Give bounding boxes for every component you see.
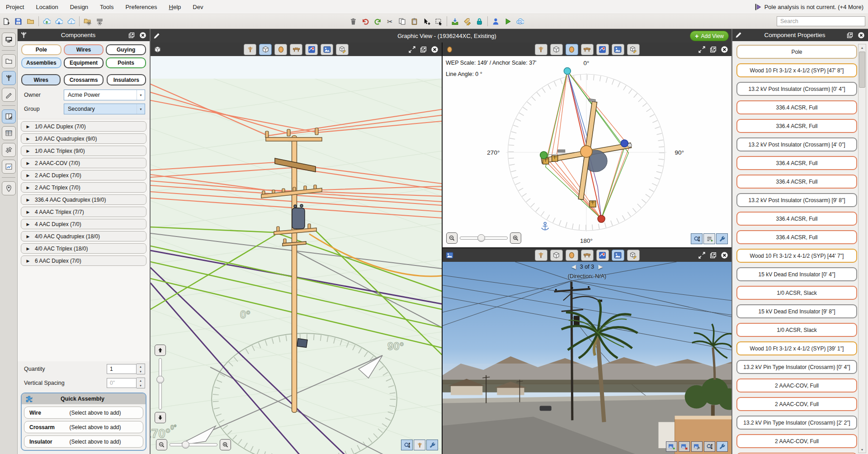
component-item-wire[interactable]: 336.4 ACSR, Full <box>736 175 857 189</box>
user-button[interactable] <box>490 15 502 27</box>
analysis-alert[interactable]: Pole analysis is not current. (+4 More) <box>754 3 868 11</box>
quantity-stepper[interactable]: ▲▼ <box>137 364 145 374</box>
zoom-track[interactable] <box>460 236 508 240</box>
run-analysis-button[interactable] <box>502 15 514 27</box>
sidebar-data-table-button[interactable] <box>2 126 16 140</box>
photo-add-button[interactable] <box>666 441 677 452</box>
pan-up-button[interactable] <box>155 345 166 356</box>
zoom-out-button[interactable] <box>446 232 458 244</box>
vertical-slider-thumb[interactable] <box>156 376 164 383</box>
sidebar-transfer-arrows-button[interactable] <box>2 143 16 157</box>
cut-button[interactable]: ✂ <box>384 15 396 27</box>
menu-preferences[interactable]: Preferences <box>119 4 163 10</box>
menu-design[interactable]: Design <box>64 4 94 10</box>
wire-type-item[interactable]: ▶4/0 AAC Quadruplex (18/0) <box>21 231 146 241</box>
open-folder-button[interactable] <box>24 15 37 27</box>
close-button[interactable] <box>720 45 728 53</box>
view-tool-crossarm-view-button[interactable] <box>581 44 594 55</box>
wrench-button[interactable] <box>426 440 438 450</box>
expand-triangle-icon[interactable]: ▶ <box>21 222 35 227</box>
vertical-pan-slider[interactable] <box>154 345 166 423</box>
cloud-download-button[interactable] <box>53 15 65 27</box>
view-tool-cube-3d-button[interactable] <box>259 44 272 55</box>
menu-help[interactable]: Help <box>163 4 187 10</box>
component-item-wire[interactable]: 1/0 ACSR, Slack <box>736 323 857 337</box>
zoom-fit-button[interactable] <box>401 440 413 450</box>
view-tool-cube-3d-button[interactable] <box>550 44 563 55</box>
wire-type-item[interactable]: ▶336.4 AAC Quadruplex (19/0) <box>21 194 146 205</box>
delete-button[interactable] <box>347 15 359 27</box>
component-item-wire[interactable]: 336.4 ACSR, Full <box>736 100 857 114</box>
menu-tools[interactable]: Tools <box>94 4 119 10</box>
expand-triangle-icon[interactable]: ▶ <box>21 198 35 202</box>
view-tool-sketch-view-button[interactable] <box>627 250 640 261</box>
view-tool-cube-3d-button[interactable] <box>550 250 563 261</box>
pan-down-button[interactable] <box>155 412 166 423</box>
sidebar-edit-panel-button[interactable] <box>2 109 16 123</box>
copy-button[interactable] <box>396 15 408 27</box>
scene-photo[interactable]: ◀ 3 of 3 ▶ (Direction: N/A) <box>443 262 731 454</box>
tab-wires[interactable]: Wires <box>64 44 104 55</box>
quick-assembly-wire[interactable]: Wire(Select above to add) <box>24 407 143 419</box>
scroll-down-button[interactable]: ▼ <box>859 446 866 453</box>
expand-triangle-icon[interactable]: ▶ <box>21 124 35 129</box>
component-item-pole[interactable]: Pole <box>736 45 857 59</box>
menu-project[interactable]: Project <box>0 4 30 10</box>
component-item-wood[interactable]: Wood 10 Ft 3-1/2 x 4-1/2 (SYP) [47' 8"] <box>736 63 857 77</box>
view-tool-birdseye-button[interactable] <box>566 250 578 261</box>
expand-view-button[interactable] <box>698 45 706 53</box>
close-button[interactable] <box>138 31 147 40</box>
cloud-run-button[interactable] <box>514 15 526 27</box>
menu-location[interactable]: Location <box>30 4 64 10</box>
sidebar-monitor-button[interactable] <box>2 33 16 47</box>
popout-button[interactable] <box>709 45 717 53</box>
quantity-input[interactable] <box>107 364 137 374</box>
component-item-wire[interactable]: 336.4 ACSR, Full <box>736 212 857 226</box>
component-item-wire[interactable]: 2 AAAC-COV, Full <box>736 397 857 411</box>
tab-guying[interactable]: Guying <box>106 44 146 55</box>
lock-button[interactable] <box>473 15 486 27</box>
close-button[interactable] <box>430 45 439 53</box>
expand-view-button[interactable] <box>408 45 416 53</box>
expand-triangle-icon[interactable]: ▶ <box>21 259 35 263</box>
expand-triangle-icon[interactable]: ▶ <box>21 246 35 251</box>
component-item-wire[interactable]: 336.4 ACSR, Full <box>736 119 857 133</box>
sidebar-folder-button[interactable] <box>2 54 16 68</box>
view-tool-geo-view-button[interactable] <box>596 250 609 261</box>
view-tool-photo-view-button[interactable] <box>321 44 333 55</box>
zoom-in-button[interactable] <box>510 232 521 244</box>
wire-type-item[interactable]: ▶2 AAAC-COV (7/0) <box>21 158 146 168</box>
photo-wrench-button[interactable] <box>691 441 703 452</box>
view-tool-photo-view-button[interactable] <box>612 250 624 261</box>
wire-type-item[interactable]: ▶2 AAC Duplex (7/0) <box>21 170 146 180</box>
photo-remove-button[interactable] <box>679 441 690 452</box>
search-input[interactable] <box>777 16 865 26</box>
expand-triangle-icon[interactable]: ▶ <box>21 161 35 166</box>
sidebar-pole-button[interactable] <box>2 71 16 85</box>
component-item-insulator[interactable]: 15 kV Dead End Insulator [9' 8"] <box>736 304 857 318</box>
import-button[interactable] <box>449 15 461 27</box>
add-view-button[interactable]: + Add View <box>690 31 729 41</box>
properties-scrollbar[interactable]: ▲ ▼ <box>858 44 866 453</box>
view-tool-birdseye-button[interactable] <box>274 44 287 55</box>
tab-assemblies[interactable]: Assemblies <box>21 57 61 68</box>
component-item-insulator[interactable]: 15 kV Dead End Insulator [0' 4"] <box>736 267 857 281</box>
view-tool-birdseye-button[interactable] <box>566 44 578 55</box>
wire-type-item[interactable]: ▶1/0 AAC Quadruplex (9/0) <box>21 133 146 144</box>
expand-triangle-icon[interactable]: ▶ <box>21 149 35 153</box>
scene-polar[interactable]: 0° 90° 180° 270° WEP Scale: 149' / Ancho… <box>443 56 731 247</box>
expand-triangle-icon[interactable]: ▶ <box>21 137 35 141</box>
group-dropdown[interactable]: Secondary ▼ <box>64 104 145 114</box>
subtab-crossarms[interactable]: Crossarms <box>64 74 103 85</box>
view-tool-crossarm-view-button[interactable] <box>581 250 594 261</box>
zoom-fit-button[interactable] <box>691 233 703 244</box>
component-item-insulator[interactable]: 13.2 kV Post Insulator (Crossarm) [0' 4"… <box>736 82 857 96</box>
close-button[interactable] <box>857 31 866 40</box>
sidebar-report-chart-button[interactable] <box>2 160 16 174</box>
wire-type-item[interactable]: ▶4 AAAC Triplex (7/7) <box>21 207 146 217</box>
select-area-button[interactable] <box>433 15 445 27</box>
component-item-wire[interactable]: 336.4 ACSR, Full <box>736 156 857 170</box>
sidebar-measure-pencil-button[interactable] <box>2 88 16 102</box>
quick-assembly-insulator[interactable]: Insulator(Select above to add) <box>24 435 143 448</box>
view-tool-sketch-view-button[interactable] <box>627 44 640 55</box>
